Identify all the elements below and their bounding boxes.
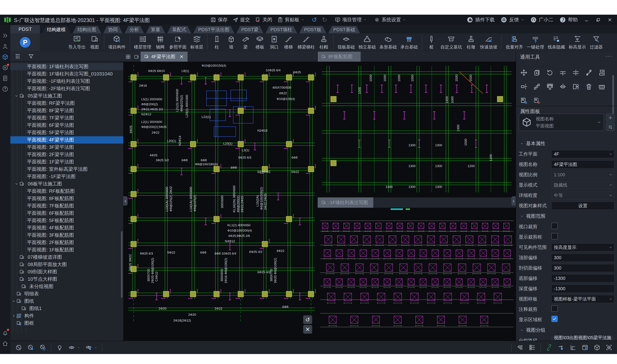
ribbon-tab-分析[interactable]: 分析 [125, 26, 144, 33]
status-box-3d-icon[interactable] [593, 344, 601, 351]
tool-alignstack-icon[interactable] [596, 68, 607, 78]
ribbon-button-标高显示[interactable]: 标高显示 [567, 34, 587, 51]
tree-item[interactable]: 07楼梯坡道详图 [10, 254, 123, 261]
tool-extendwin-icon[interactable] [570, 82, 581, 92]
ribbon-tab-装配式[interactable]: 装配式 [167, 26, 191, 33]
button-视图对象样式[interactable]: 设置 [551, 202, 614, 210]
rail-model-view-icon[interactable] [1, 53, 9, 61]
tree-item[interactable]: 平面视图: RF板配筋图 [10, 188, 123, 195]
input-视图名称[interactable]: 4F梁平法图 [551, 160, 614, 169]
tree-item[interactable]: 平面视图: 4F板配筋图 [10, 224, 123, 232]
chevron-down-icon[interactable] [14, 94, 19, 98]
status-visibility-icon[interactable] [68, 344, 75, 351]
ribbon-button-条形基础[interactable]: 条形基础 [378, 34, 398, 51]
minimize-button[interactable] [584, 17, 589, 23]
tab-pdst[interactable]: PDST [10, 25, 40, 33]
pdst-logo[interactable]: P [20, 37, 30, 48]
ribbon-button-视图[interactable]: 视图 [88, 34, 101, 51]
type-selector[interactable]: 视图名称 平面视图 [519, 114, 604, 131]
ribbon-button-过滤器[interactable]: 过滤器 [588, 34, 604, 51]
tree-item[interactable]: 平面视图: 4F梁平法图 [10, 136, 123, 143]
select-显示模式[interactable]: 隐藏线 [551, 181, 614, 189]
ribbon-tab-算量[interactable]: 算量 [146, 26, 165, 33]
tree-item[interactable]: 构件 [10, 312, 123, 320]
ribbon-tab-PDST平法出图[interactable]: PDST平法出图 [193, 26, 234, 33]
chevron-down-icon[interactable] [77, 346, 80, 349]
select-视图样板[interactable]: 视图样板-梁平法平面 [551, 295, 614, 303]
tree-item[interactable]: 10节点大样图 [10, 275, 123, 283]
close-button[interactable] [607, 17, 613, 23]
tree-item[interactable]: 平面视图: RF梁平法图 [10, 100, 123, 107]
collapse-left-panel[interactable]: ‹ [123, 196, 128, 206]
window-c-tab[interactable]: -1F墙柱列表注写图 [318, 197, 373, 208]
ribbon-button-柱[interactable]: 柱 [210, 34, 224, 51]
ribbon-tab-协同[interactable]: 协同 [103, 26, 123, 33]
titlebar-广小二-button[interactable]: 广小二 [530, 16, 553, 23]
property-settings-button[interactable] [606, 123, 615, 131]
ribbon-tab-结构出图[interactable]: 结构出图 [73, 26, 101, 33]
reset-view-button[interactable]: ↺ [303, 315, 312, 324]
tree-item[interactable]: 图纸 [10, 298, 123, 305]
tree-scrollbar[interactable] [121, 231, 123, 298]
tree-item[interactable]: 平面视图: 5F板配筋图 [10, 217, 123, 224]
tool-rotate-icon[interactable] [544, 68, 555, 78]
tree-item[interactable]: 平面视图: 6F板配筋图 [10, 209, 123, 217]
titlebar-提交-button[interactable]: 提交 [232, 16, 250, 23]
tree-item[interactable]: 平面视图: 1F梁平法图 [10, 158, 123, 166]
window-b-tab[interactable]: 8F板配筋图 [318, 52, 361, 62]
select-视图比例[interactable]: 1:100 [551, 171, 614, 179]
tree-item[interactable]: 09剖面大样图 [10, 268, 123, 275]
ribbon-button-筏板基础[interactable]: 筏板基础 [336, 34, 356, 51]
tool-match2-icon[interactable] [531, 96, 542, 106]
titlebar-插件下载-button[interactable]: 插件下载 [467, 16, 495, 23]
tree-item[interactable]: 06板平法施工图 [10, 180, 123, 188]
tree-item[interactable]: 平面视图: 1F墙柱列表注写图 [10, 63, 123, 70]
status-corner-snap-icon[interactable] [569, 344, 577, 351]
status-active-window-icon[interactable] [581, 344, 589, 351]
status-reset-hidden-icon[interactable] [39, 344, 46, 351]
tool-offset-icon[interactable] [583, 68, 594, 78]
tree-item[interactable]: 平面视图: 1F墙柱列表注写图_01031040 [10, 70, 123, 78]
chevron-down-icon[interactable] [363, 18, 367, 22]
ribbon-button-自定义基坑[interactable]: 自定义基坑 [439, 34, 463, 51]
ribbon-button-快速放坡[interactable]: 快速放坡 [479, 34, 499, 51]
close-overlay-button[interactable]: ✕ [303, 325, 312, 334]
tree-item[interactable]: 平面视图: 8F板配筋图 [10, 195, 123, 202]
rail-home-icon[interactable] [1, 340, 9, 347]
chevron-down-icon[interactable] [14, 182, 19, 186]
tree-item[interactable]: 平面视图: 8F梁平法图 [10, 107, 123, 114]
rail-help-icon[interactable] [1, 85, 9, 93]
ribbon-button-梁[interactable]: 梁 [239, 34, 252, 51]
ribbon-tab-结构建模[interactable]: 结构建模 [42, 26, 71, 33]
checkbox-显示区域框[interactable] [551, 316, 558, 322]
drawing-canvas-4f-beam-plan[interactable]: Φ10@100/150(4)L8(1)6Φ25 6Φ1010Φ25 6/46Φ2… [123, 62, 317, 341]
tool-stretch-icon[interactable] [518, 82, 529, 92]
ribbon-tab-PDST梁[interactable]: PDST梁 [236, 26, 264, 33]
rail-expand-panel-icon[interactable] [1, 32, 9, 39]
input-顶部偏移[interactable]: 300 [551, 254, 614, 262]
rail-user-icon[interactable] [1, 43, 9, 50]
drawing-canvas-column-schedule[interactable] [317, 208, 516, 341]
tree-item[interactable]: 平面视图: 3F梁平法图 [10, 143, 123, 151]
tree-item[interactable]: 明细表 [10, 290, 123, 298]
checkbox-注释裁剪[interactable] [551, 305, 558, 312]
chevron-down-icon[interactable] [301, 18, 304, 22]
tree-item[interactable]: 图框 [10, 320, 123, 327]
titlebar-项目管理-menu[interactable]: 项目管理 [335, 16, 367, 23]
ribbon-tab-PDST墙柱[interactable]: PDST墙柱 [265, 26, 297, 33]
tools-scrollbar[interactable] [612, 75, 614, 115]
ribbon-button-楼层管理[interactable]: 楼层管理 [133, 34, 153, 51]
tool-split-icon[interactable] [570, 68, 581, 78]
tree-item[interactable]: 平面视图: 7F梁平法图 [10, 114, 123, 122]
ribbon-button-线条隐藏[interactable]: 线条隐藏 [546, 34, 566, 51]
status-slab-display-icon[interactable] [516, 344, 524, 351]
ribbon-button-承台基础[interactable]: 承台基础 [399, 34, 419, 51]
status-visibility-pin-icon[interactable] [85, 344, 92, 351]
view-list-icon[interactable] [14, 53, 21, 60]
rail-document-icon[interactable] [1, 75, 9, 82]
checkbox-视口裁剪[interactable] [551, 223, 558, 229]
tree-item[interactable]: 05梁平法施工图 [10, 92, 123, 100]
select-可见构件范围[interactable]: 按高度显示 [551, 243, 614, 251]
ribbon-button-批量对齐[interactable]: 批量对齐 [504, 34, 524, 51]
tools-more-button[interactable]: ··· [606, 53, 612, 59]
